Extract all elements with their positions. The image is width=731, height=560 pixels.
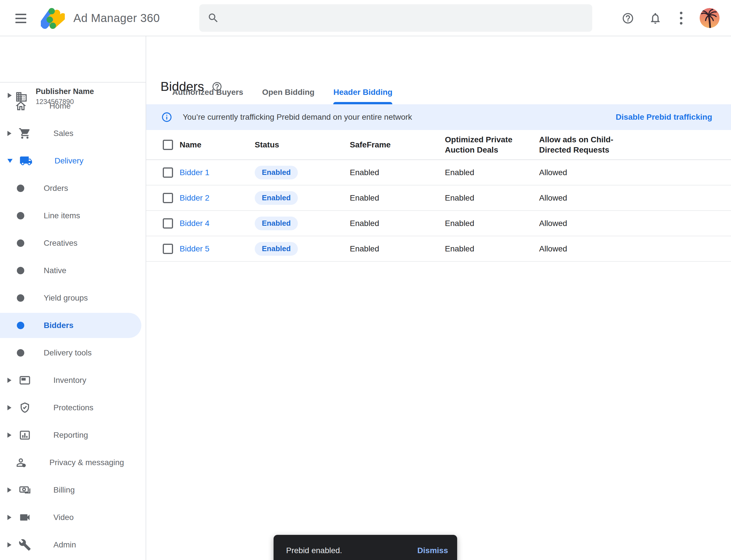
row-checkbox[interactable] bbox=[163, 244, 173, 254]
tab-authorized-buyers[interactable]: Authorized Buyers bbox=[172, 87, 243, 102]
chevron-right-icon bbox=[7, 433, 11, 438]
select-all-checkbox[interactable] bbox=[163, 140, 173, 150]
sidebar-item-video[interactable]: Video bbox=[0, 504, 146, 531]
ad-unit-icon bbox=[18, 374, 31, 387]
table-row: Bidder 4 Enabled Enabled Enabled Allowed bbox=[146, 211, 731, 236]
child-directed-cell: Allowed bbox=[539, 193, 567, 202]
delivery-truck-icon bbox=[19, 154, 33, 167]
bullet-icon bbox=[17, 294, 24, 302]
info-icon bbox=[161, 111, 173, 123]
chevron-right-icon bbox=[7, 131, 11, 136]
video-camera-icon bbox=[18, 511, 31, 524]
publisher-account-switcher[interactable]: Publisher Name 1234567890 bbox=[0, 36, 146, 83]
app-title: Ad Manager 360 bbox=[73, 0, 160, 36]
bullet-icon bbox=[17, 267, 24, 274]
avatar[interactable] bbox=[700, 8, 720, 28]
status-badge: Enabled bbox=[255, 191, 298, 205]
sidebar-item-yield-groups[interactable]: Yield groups bbox=[0, 284, 146, 312]
snackbar-toast: Prebid enabled. Dismiss bbox=[274, 535, 457, 560]
sidebar-item-inventory[interactable]: Inventory bbox=[0, 367, 146, 394]
main-content: Bidders Authorized Buyers Open Bidding H… bbox=[146, 36, 731, 560]
chevron-right-icon bbox=[7, 542, 11, 547]
chevron-down-icon bbox=[7, 159, 13, 163]
bullet-icon bbox=[17, 212, 24, 219]
table-row: Bidder 2 Enabled Enabled Enabled Allowed bbox=[146, 185, 731, 211]
optimized-deals-cell: Enabled bbox=[445, 193, 474, 202]
sidebar-item-creatives[interactable]: Creatives bbox=[0, 229, 146, 257]
sidebar-item-line-items[interactable]: Line items bbox=[0, 202, 146, 229]
sidebar-item-protections[interactable]: Protections bbox=[0, 394, 146, 421]
ad-manager-logo bbox=[41, 8, 65, 29]
person-badge-icon bbox=[14, 456, 27, 469]
bidder-link[interactable]: Bidder 2 bbox=[180, 193, 209, 202]
bidder-link[interactable]: Bidder 1 bbox=[180, 168, 209, 177]
bidders-table: Name Status SafeFrame Optimized Private … bbox=[146, 130, 731, 262]
overflow-menu-icon[interactable] bbox=[680, 0, 682, 36]
status-badge: Enabled bbox=[255, 242, 298, 256]
safeframe-cell: Enabled bbox=[350, 244, 379, 253]
tab-bar: Authorized Buyers Open Bidding Header Bi… bbox=[172, 87, 392, 102]
sidebar-item-native[interactable]: Native bbox=[0, 257, 146, 284]
tab-open-bidding[interactable]: Open Bidding bbox=[262, 87, 315, 102]
table-row: Bidder 1 Enabled Enabled Enabled Allowed bbox=[146, 160, 731, 185]
chevron-right-icon bbox=[7, 378, 11, 383]
search-bar[interactable] bbox=[199, 4, 592, 32]
safeframe-cell: Enabled bbox=[350, 193, 379, 202]
home-icon bbox=[14, 99, 27, 113]
bidder-link[interactable]: Bidder 4 bbox=[180, 219, 209, 228]
sidebar-item-sales[interactable]: Sales bbox=[0, 120, 146, 147]
search-input[interactable] bbox=[226, 13, 569, 23]
wrench-icon bbox=[18, 538, 31, 551]
column-header-status: Status bbox=[255, 140, 279, 149]
child-directed-cell: Allowed bbox=[539, 244, 567, 253]
table-header-row: Name Status SafeFrame Optimized Private … bbox=[146, 130, 731, 160]
toast-message: Prebid enabled. bbox=[286, 546, 342, 555]
sidebar-item-delivery[interactable]: Delivery bbox=[0, 147, 146, 175]
safeframe-cell: Enabled bbox=[350, 219, 379, 228]
row-checkbox[interactable] bbox=[163, 167, 173, 178]
table-row: Bidder 5 Enabled Enabled Enabled Allowed bbox=[146, 236, 731, 262]
sidebar-item-privacy-messaging[interactable]: Privacy & messaging bbox=[0, 449, 146, 476]
search-icon bbox=[207, 12, 219, 24]
toast-dismiss-button[interactable]: Dismiss bbox=[417, 546, 448, 555]
notifications-bell-icon[interactable] bbox=[649, 0, 662, 36]
column-header-name: Name bbox=[180, 140, 201, 149]
sidebar-item-reporting[interactable]: Reporting bbox=[0, 421, 146, 449]
sidebar-item-billing[interactable]: Billing bbox=[0, 476, 146, 504]
optimized-deals-cell: Enabled bbox=[445, 219, 474, 228]
child-directed-cell: Allowed bbox=[539, 219, 567, 228]
chevron-right-icon bbox=[7, 515, 11, 520]
status-badge: Enabled bbox=[255, 217, 298, 230]
chevron-right-icon bbox=[7, 405, 11, 410]
bar-chart-icon bbox=[18, 429, 31, 442]
shield-check-icon bbox=[18, 401, 31, 414]
bullet-icon bbox=[17, 349, 24, 357]
bullet-icon bbox=[17, 239, 24, 247]
optimized-deals-cell: Enabled bbox=[445, 168, 474, 177]
bidder-link[interactable]: Bidder 5 bbox=[180, 244, 209, 253]
tab-header-bidding[interactable]: Header Bidding bbox=[333, 87, 392, 102]
row-checkbox[interactable] bbox=[163, 193, 173, 203]
bullet-icon bbox=[17, 322, 24, 329]
optimized-deals-cell: Enabled bbox=[445, 244, 474, 253]
sidebar-item-bidders[interactable]: Bidders bbox=[0, 312, 146, 339]
safeframe-cell: Enabled bbox=[350, 168, 379, 177]
shopping-cart-icon bbox=[18, 127, 31, 140]
prebid-info-banner: You’re currently trafficking Prebid dema… bbox=[146, 104, 731, 130]
chevron-right-icon bbox=[7, 487, 11, 493]
status-badge: Enabled bbox=[255, 166, 298, 179]
column-header-optimized-private-auction-deals: Optimized Private Auction Deals bbox=[445, 135, 516, 155]
banner-message: You’re currently trafficking Prebid dema… bbox=[183, 113, 412, 122]
column-header-safeframe: SafeFrame bbox=[350, 140, 390, 149]
hamburger-menu-icon[interactable] bbox=[15, 14, 26, 23]
row-checkbox[interactable] bbox=[163, 218, 173, 229]
sidebar-item-orders[interactable]: Orders bbox=[0, 175, 146, 202]
sidebar-item-home[interactable]: Home bbox=[0, 92, 146, 120]
sidebar-item-admin[interactable]: Admin bbox=[0, 531, 146, 559]
disable-prebid-trafficking-link[interactable]: Disable Prebid trafficking bbox=[616, 113, 712, 122]
sidebar-item-delivery-tools[interactable]: Delivery tools bbox=[0, 339, 146, 367]
money-icon bbox=[18, 483, 31, 497]
column-header-child-directed: Allow ads on Child-Directed Requests bbox=[539, 135, 622, 155]
help-icon[interactable] bbox=[622, 0, 634, 36]
child-directed-cell: Allowed bbox=[539, 168, 567, 177]
